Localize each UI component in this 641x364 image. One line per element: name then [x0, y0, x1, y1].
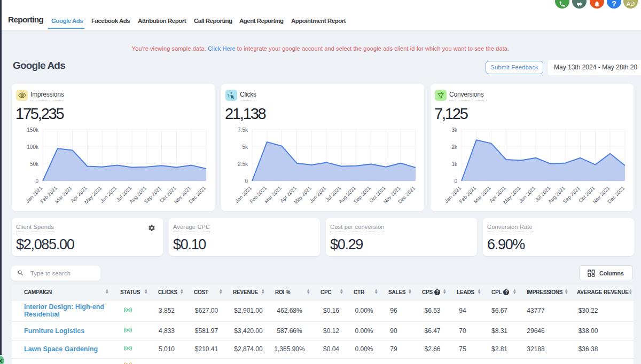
svg-text:7.5k: 7.5k [238, 127, 248, 133]
svg-text:Jun 2021: Jun 2021 [308, 185, 327, 204]
svg-text:0: 0 [245, 178, 248, 184]
svg-text:50k: 50k [30, 161, 39, 167]
svg-text:0: 0 [35, 178, 38, 184]
svg-text:Jun 2021: Jun 2021 [99, 185, 118, 204]
svg-text:Jun 2021: Jun 2021 [518, 185, 536, 204]
svg-text:5k: 5k [242, 144, 248, 150]
svg-text:0: 0 [454, 178, 457, 184]
svg-text:3k: 3k [451, 127, 458, 133]
svg-text:150k: 150k [27, 127, 39, 133]
svg-text:2k: 2k [451, 144, 458, 150]
svg-text:2.5k: 2.5k [238, 161, 248, 167]
svg-text:100k: 100k [27, 144, 39, 150]
svg-text:1k: 1k [451, 161, 458, 167]
